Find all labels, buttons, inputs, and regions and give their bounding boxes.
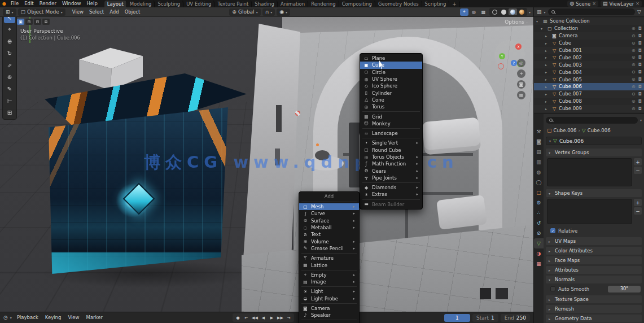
shading-mode-button[interactable] bbox=[500, 8, 508, 15]
disable-in-renders-icon[interactable]: ◘ bbox=[638, 48, 642, 53]
transform-tool-icon[interactable]: ⊚ bbox=[4, 71, 15, 82]
hide-in-viewport-icon[interactable]: ⊙ bbox=[632, 69, 636, 75]
axis-x-negative-icon[interactable] bbox=[498, 63, 504, 69]
view-layer-selector[interactable]: ▤ ViewLayer × bbox=[601, 1, 642, 7]
timeline-menu-item[interactable]: Marker bbox=[84, 314, 106, 321]
outliner-editor-icon[interactable]: ▥ bbox=[537, 10, 542, 15]
menubar-item[interactable]: Edit bbox=[21, 0, 36, 7]
disclosure-triangle-icon[interactable]: ▾ bbox=[541, 27, 545, 30]
chevron-down-icon[interactable]: ▾ bbox=[640, 118, 642, 122]
menu-item[interactable]: ╦ Pipe Joints ▸ bbox=[360, 174, 422, 181]
properties-tab[interactable]: ▤ bbox=[534, 147, 544, 157]
disable-in-renders-icon[interactable]: ◘ bbox=[638, 41, 642, 46]
menu-item[interactable]: ∗ Extras ▸ bbox=[360, 191, 422, 198]
jump-to-start-icon[interactable]: ⇤ bbox=[243, 314, 250, 321]
disable-in-renders-icon[interactable]: ◘ bbox=[638, 55, 642, 60]
viewport-menu-item[interactable]: Object bbox=[122, 8, 143, 16]
properties-tab[interactable]: ◑ bbox=[534, 248, 544, 259]
overlays-toggle-icon[interactable]: ◍ bbox=[470, 8, 478, 16]
axis-z-icon[interactable]: Z bbox=[511, 60, 517, 66]
shading-mode-button[interactable] bbox=[518, 8, 526, 15]
select-mode-subtract-icon[interactable]: ⊟ bbox=[34, 19, 41, 25]
disclosure-triangle-icon[interactable]: ▸ bbox=[545, 41, 550, 45]
breadcrumb-data[interactable]: Cube.006 bbox=[588, 128, 611, 133]
disable-in-renders-icon[interactable]: ◘ bbox=[638, 84, 642, 89]
proportional-editing-selector[interactable]: ◉ ▾ bbox=[277, 8, 290, 16]
viewport-options-dropdown[interactable]: Options ▾ bbox=[505, 19, 528, 25]
menu-item[interactable]: ≋ Volume ▸ bbox=[299, 238, 359, 245]
viewport-menu-item[interactable]: Add bbox=[107, 8, 121, 16]
section-face-maps[interactable]: ▸ Face Maps bbox=[546, 256, 642, 264]
pan-icon[interactable]: + bbox=[517, 69, 525, 78]
disable-in-renders-icon[interactable]: ◘ bbox=[638, 69, 642, 75]
menu-item[interactable]: ♪ Speaker ▸ bbox=[299, 312, 359, 318]
workspace-tab[interactable]: Scripting bbox=[422, 1, 450, 7]
jump-to-end-icon[interactable]: ⇥ bbox=[285, 314, 292, 321]
outliner-row[interactable]: ▸ ▽ Cube.006 ⊙ ◘ bbox=[534, 83, 644, 90]
menubar-item[interactable]: Window bbox=[59, 0, 84, 7]
hide-in-viewport-icon[interactable]: ⊙ bbox=[632, 26, 636, 31]
section-geometry-data[interactable]: ▸ Geometry Data bbox=[546, 315, 642, 322]
workspace-tab[interactable]: Shading bbox=[252, 1, 278, 7]
prev-keyframe-icon[interactable]: ◀◀ bbox=[251, 314, 259, 321]
properties-tab[interactable]: ⚒ bbox=[534, 126, 544, 137]
outliner-row[interactable]: ▾ ▢ Collection ⊙ ◘ bbox=[534, 25, 644, 32]
outliner-row[interactable]: ▸ ◙ Camera ⊙ ◘ bbox=[534, 32, 644, 40]
play-reverse-icon[interactable]: ◀ bbox=[260, 314, 267, 321]
menu-item[interactable]: ◒ Light Probe ▸ bbox=[299, 295, 359, 302]
disable-in-renders-icon[interactable]: ◘ bbox=[638, 106, 642, 111]
outliner-row[interactable]: ▸ ▽ Cube.003 ⊙ ◘ bbox=[534, 61, 644, 68]
auto-smooth-angle-field[interactable]: 30° bbox=[608, 286, 641, 293]
annotate-tool-icon[interactable]: ✎ bbox=[4, 83, 15, 94]
section-attributes[interactable]: ▸ Attributes bbox=[546, 266, 642, 274]
disclosure-triangle-icon[interactable]: ▸ bbox=[545, 34, 550, 38]
workspace-tab[interactable]: + bbox=[449, 1, 459, 7]
viewport-menu-item[interactable]: View bbox=[69, 8, 86, 16]
remove-shape-key-button[interactable]: − bbox=[634, 207, 642, 215]
menu-item[interactable]: ▦ Lattice ▸ bbox=[299, 261, 359, 268]
section-normals[interactable]: ▾ Normals bbox=[546, 276, 642, 283]
axis-y-icon[interactable]: Y bbox=[499, 53, 505, 59]
disable-in-renders-icon[interactable]: ◘ bbox=[638, 77, 642, 82]
select-mode-new-icon[interactable]: ▣ bbox=[17, 19, 24, 25]
current-frame-field[interactable]: 1 bbox=[444, 314, 470, 322]
mesh-name-field[interactable]: ▾ ▽ Cube.006 bbox=[546, 137, 642, 145]
workspace-tab[interactable]: Layout bbox=[104, 1, 127, 7]
menubar-item[interactable]: File bbox=[8, 0, 21, 7]
properties-tab[interactable]: ∴ bbox=[534, 208, 544, 218]
outliner-row[interactable]: ▸ ▽ Cube.005 ⊙ ◘ bbox=[534, 76, 644, 83]
menubar-item[interactable]: Render bbox=[37, 0, 59, 7]
disable-in-renders-icon[interactable]: ◘ bbox=[638, 91, 642, 97]
menubar-item[interactable]: Help bbox=[84, 0, 100, 7]
section-remesh[interactable]: ▸ Remesh bbox=[546, 305, 642, 313]
perspective-toggle-icon[interactable]: ▦ bbox=[517, 91, 525, 99]
scene-object-dark-box-2[interactable] bbox=[496, 288, 508, 299]
menu-item[interactable]: ▢ Round Cube ▸ bbox=[360, 147, 422, 154]
workspace-tab[interactable]: Compositing bbox=[339, 1, 375, 7]
add-cube-tool-icon[interactable]: ⊞ bbox=[4, 107, 15, 118]
select-mode-extend-icon[interactable]: ⊞ bbox=[25, 19, 33, 25]
camera-view-icon[interactable]: ◙ bbox=[517, 80, 525, 89]
section-texture-space[interactable]: ▸ Texture Space bbox=[546, 295, 642, 303]
properties-tab[interactable]: ◯ bbox=[534, 177, 544, 187]
vertex-groups-listbox[interactable] bbox=[547, 158, 632, 186]
menu-item[interactable]: ◇ Ico Sphere ▸ bbox=[360, 82, 422, 89]
outliner-row[interactable]: ▸ ▽ Cube.001 ⊙ ◘ bbox=[534, 47, 644, 54]
hide-in-viewport-icon[interactable]: ⊙ bbox=[632, 62, 636, 67]
menu-item[interactable]: ▬ Beam Builder ▸ bbox=[360, 201, 422, 208]
timeline-menu-item[interactable]: Playback bbox=[14, 314, 41, 321]
shading-mode-button[interactable] bbox=[509, 8, 517, 15]
disclosure-triangle-icon[interactable]: ▸ bbox=[545, 70, 550, 74]
workspace-tab[interactable]: Sculpting bbox=[155, 1, 183, 7]
editor-type-selector[interactable]: ⊞ ▾ bbox=[3, 8, 16, 16]
disable-in-renders-icon[interactable]: ◘ bbox=[638, 62, 642, 67]
properties-tab[interactable]: ▦ bbox=[534, 259, 544, 269]
menu-item[interactable]: ◎ Torus Objects ▸ bbox=[360, 154, 422, 160]
hide-in-viewport-icon[interactable]: ⊙ bbox=[632, 84, 636, 89]
properties-tab[interactable]: ▥ bbox=[534, 157, 544, 167]
properties-search[interactable] bbox=[546, 117, 638, 124]
scene-object-textured-wall[interactable] bbox=[49, 107, 228, 274]
scene-selector[interactable]: ◍ Scene × bbox=[567, 1, 598, 7]
cursor-tool-icon[interactable]: ⌖ bbox=[4, 24, 15, 35]
menu-item[interactable]: ⌖ Empty ▸ bbox=[299, 272, 359, 278]
